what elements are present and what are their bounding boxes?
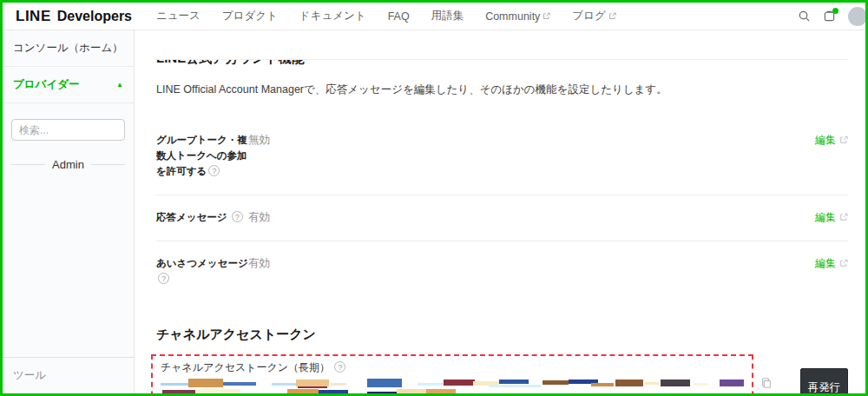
page-title: LINE公式アカウント機能 bbox=[156, 59, 848, 67]
main-content: LINE公式アカウント機能 LINE Official Account Mana… bbox=[135, 30, 865, 393]
external-link-icon bbox=[839, 135, 848, 144]
redacted-token-mosaic bbox=[161, 378, 744, 393]
provider-name: Admin bbox=[52, 158, 84, 171]
notification-icon[interactable] bbox=[823, 10, 836, 23]
setting-label: あいさつメッセージ ? bbox=[156, 255, 248, 287]
settings-list: グループトーク・複数人トークへの参加を許可する? 無効 編集 応答メッセージ ?… bbox=[156, 118, 848, 302]
top-navbar: LINE Developers ニュース プロダクト ドキュメント FAQ 用語… bbox=[3, 3, 865, 30]
sidebar-spacer bbox=[3, 171, 134, 357]
nav-item-documents[interactable]: ドキュメント bbox=[299, 9, 366, 23]
setting-label: 応答メッセージ ? bbox=[156, 209, 248, 225]
nav-item-products[interactable]: プロダクト bbox=[222, 9, 278, 23]
line-developers-logo[interactable]: LINE Developers bbox=[16, 8, 132, 25]
help-icon[interactable]: ? bbox=[334, 361, 345, 373]
token-section-title: チャネルアクセストークン bbox=[156, 327, 848, 343]
reissue-button[interactable]: 再発行 bbox=[800, 368, 848, 393]
nav-item-glossary[interactable]: 用語集 bbox=[431, 9, 464, 23]
external-link-icon bbox=[608, 12, 616, 20]
copy-icon[interactable] bbox=[760, 377, 773, 389]
edit-link[interactable]: 編集 bbox=[815, 132, 848, 148]
external-link-icon bbox=[839, 259, 848, 267]
chevron-up-icon: ▲ bbox=[116, 81, 123, 89]
nav-item-community[interactable]: Community bbox=[485, 10, 550, 23]
external-link-icon bbox=[542, 12, 550, 20]
setting-row-response-message: 応答メッセージ ? 有効 編集 bbox=[156, 195, 848, 241]
token-row: チャネルアクセストークン（長期） ? 再発行 bbox=[156, 354, 848, 393]
help-icon[interactable]: ? bbox=[158, 273, 169, 284]
sidebar-item-tools[interactable]: ツール bbox=[3, 357, 134, 393]
divider bbox=[11, 164, 45, 165]
help-icon[interactable]: ? bbox=[232, 211, 243, 222]
sidebar: コンソール（ホーム） プロバイダー ▲ Admin ツール bbox=[3, 30, 135, 393]
setting-value: 有効 bbox=[248, 255, 270, 271]
avatar[interactable] bbox=[848, 7, 867, 26]
logo-developers: Developers bbox=[57, 9, 132, 24]
nav-item-news[interactable]: ニュース bbox=[156, 9, 201, 23]
setting-row-group-talk: グループトーク・複数人トークへの参加を許可する? 無効 編集 bbox=[156, 118, 848, 195]
logo-line: LINE bbox=[16, 8, 51, 25]
sidebar-item-provider[interactable]: プロバイダー ▲ bbox=[3, 67, 134, 103]
setting-value: 有効 bbox=[248, 209, 270, 225]
notification-badge bbox=[832, 8, 838, 14]
nav-item-blog[interactable]: ブログ bbox=[572, 9, 615, 23]
provider-search bbox=[11, 119, 125, 141]
setting-value: 無効 bbox=[248, 132, 270, 148]
search-icon[interactable] bbox=[798, 10, 811, 23]
divider bbox=[91, 164, 125, 165]
navbar-right bbox=[798, 7, 857, 26]
sidebar-item-console-home[interactable]: コンソール（ホーム） bbox=[3, 30, 134, 67]
edit-link[interactable]: 編集 bbox=[815, 255, 848, 271]
main-nav: ニュース プロダクト ドキュメント FAQ 用語集 Community ブログ bbox=[156, 9, 616, 23]
section-heading-clipped: LINE公式アカウント機能 bbox=[156, 59, 848, 67]
setting-label: グループトーク・複数人トークへの参加を許可する? bbox=[156, 132, 248, 179]
section-description: LINE Official Account Managerで、応答メッセージを編… bbox=[156, 82, 848, 97]
sidebar-item-admin-provider[interactable]: Admin bbox=[11, 158, 125, 171]
token-label: チャネルアクセストークン（長期） ? bbox=[161, 360, 744, 375]
edit-link[interactable]: 編集 bbox=[815, 209, 848, 225]
nav-item-faq[interactable]: FAQ bbox=[388, 10, 410, 23]
token-highlight-box: チャネルアクセストークン（長期） ? bbox=[151, 354, 753, 393]
provider-search-input[interactable] bbox=[11, 119, 125, 141]
external-link-icon bbox=[839, 213, 848, 221]
setting-row-greeting-message: あいさつメッセージ ? 有効 編集 bbox=[156, 241, 848, 302]
page-frame: コンソール（ホーム） プロバイダー ▲ Admin ツール LINE公式アカウン… bbox=[3, 30, 865, 393]
help-icon[interactable]: ? bbox=[208, 165, 220, 176]
